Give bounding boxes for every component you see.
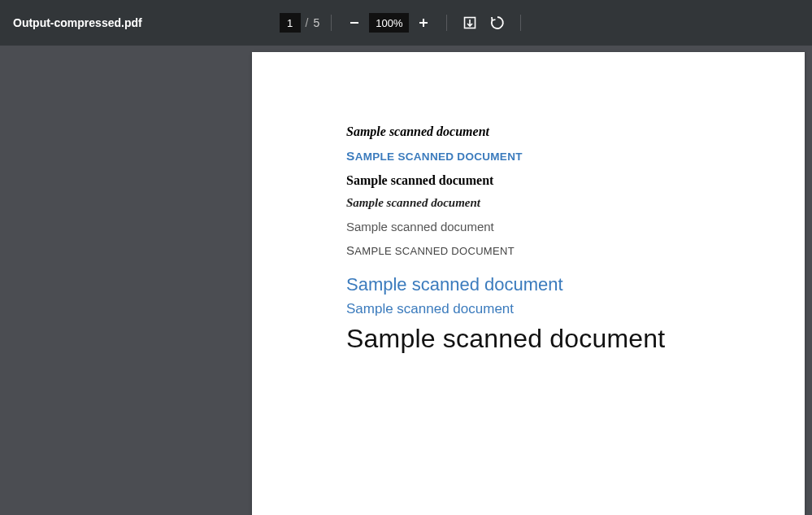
- toolbar-center: / 5 100%: [280, 11, 533, 34]
- doc-heading-6: Sample scanned document: [346, 244, 805, 256]
- svg-rect-0: [350, 22, 358, 24]
- total-pages: 5: [313, 16, 319, 29]
- pdf-page: Sample scanned document Sample scanned d…: [252, 52, 805, 515]
- rotate-icon: [489, 15, 506, 31]
- plus-icon: [418, 17, 429, 28]
- doc-heading-1: Sample scanned document: [346, 125, 805, 138]
- zoom-level-display[interactable]: 100%: [369, 13, 409, 33]
- doc-heading-9: Sample scanned document: [346, 325, 805, 351]
- pdf-viewer-area[interactable]: Sample scanned document Sample scanned d…: [0, 46, 812, 515]
- doc-heading-5: Sample scanned document: [346, 220, 805, 233]
- zoom-out-button[interactable]: [343, 11, 366, 34]
- pdf-toolbar: Output-compressed.pdf / 5 100%: [0, 0, 812, 46]
- rotate-button[interactable]: [486, 11, 509, 34]
- divider: [446, 15, 447, 31]
- divider: [520, 15, 521, 31]
- zoom-in-button[interactable]: [412, 11, 435, 34]
- page-separator: /: [306, 16, 309, 29]
- filename-label: Output-compressed.pdf: [13, 16, 142, 29]
- doc-heading-8: Sample scanned document: [346, 302, 805, 316]
- page-number-input[interactable]: [280, 13, 301, 33]
- doc-heading-4: Sample scanned document: [346, 197, 805, 209]
- doc-heading-7: Sample scanned document: [346, 276, 805, 294]
- doc-heading-3: Sample scanned document: [346, 174, 805, 187]
- divider: [331, 15, 332, 31]
- fit-page-icon: [462, 15, 477, 30]
- doc-heading-2: Sample scanned document: [346, 150, 805, 163]
- minus-icon: [349, 17, 360, 28]
- fit-to-page-button[interactable]: [458, 11, 481, 34]
- svg-rect-2: [423, 19, 424, 27]
